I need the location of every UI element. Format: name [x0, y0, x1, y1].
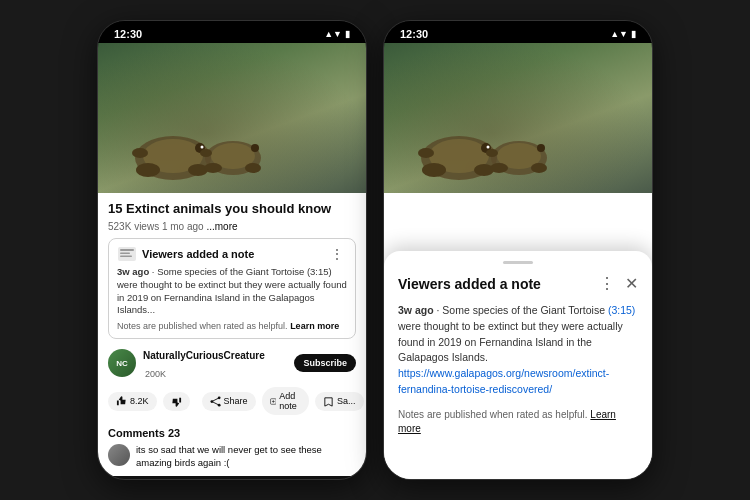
svg-point-37 [537, 144, 545, 152]
sheet-header-icons: ⋮ ✕ [599, 274, 638, 293]
svg-point-27 [422, 163, 446, 177]
svg-point-34 [490, 163, 508, 173]
sheet-title: Viewers added a note [398, 276, 541, 292]
sheet-menu-icon[interactable]: ⋮ [599, 274, 615, 293]
phone2-bg: Viewers added a note ⋮ ✕ 3w ago · Some s… [384, 43, 652, 480]
channel-name: NaturallyCuriousCreature [143, 350, 265, 361]
channel-row: NC NaturallyCuriousCreature 200K Subscri… [108, 345, 356, 381]
sheet-body: 3w ago · Some species of the Giant Torto… [398, 303, 638, 398]
dislike-button[interactable] [163, 392, 190, 411]
add-note-button[interactable]: Add note [262, 387, 310, 415]
status-bar-1: 12:30 ▲▼ ▮ [98, 21, 366, 43]
svg-point-36 [486, 149, 498, 157]
svg-line-20 [211, 397, 218, 401]
note-body: 3w ago · Some species of the Giant Torto… [117, 266, 347, 317]
battery-icon-2: ▮ [631, 29, 636, 39]
add-note-icon [270, 396, 277, 407]
dislike-icon [171, 396, 182, 407]
svg-point-12 [251, 144, 259, 152]
note-helpful: Notes are published when rated as helpfu… [117, 321, 347, 331]
phone-1: 12:30 ▲▼ ▮ 15 Extinct animals you [97, 20, 367, 480]
note-icon [117, 246, 137, 262]
comments-header: Comments 23 [108, 427, 356, 439]
svg-point-35 [531, 163, 547, 173]
note-card-title: Viewers added a note [142, 248, 254, 260]
share-icon [210, 396, 221, 407]
note-menu-icon[interactable]: ⋮ [327, 246, 347, 262]
status-bar-2: 12:30 ▲▼ ▮ [384, 21, 652, 43]
bottom-sheet: Viewers added a note ⋮ ✕ 3w ago · Some s… [384, 251, 652, 480]
svg-point-2 [136, 163, 160, 177]
video-thumbnail-1[interactable] [98, 43, 366, 193]
status-icons-2: ▲▼ ▮ [610, 29, 636, 39]
channel-info: NaturallyCuriousCreature 200K [143, 345, 287, 381]
tortoise-right [198, 133, 268, 178]
video-thumbnail-2 [384, 43, 652, 193]
sheet-link[interactable]: https://www.galapagos.org/newsroom/extin… [398, 367, 609, 395]
save-icon [323, 396, 334, 407]
signal-icon: ▲▼ [324, 29, 342, 39]
subscribe-button[interactable]: Subscribe [294, 354, 356, 372]
comments-section: Comments 23 its so sad that we will neve… [98, 427, 366, 476]
status-icons-1: ▲▼ ▮ [324, 29, 350, 39]
svg-line-21 [211, 401, 218, 405]
svg-point-4 [132, 148, 148, 158]
sheet-footer: Notes are published when rated as helpfu… [398, 408, 638, 436]
comment-row: its so sad that we will never get to see… [108, 444, 356, 470]
channel-subs: 200K [145, 369, 166, 379]
svg-point-9 [204, 163, 222, 173]
like-icon [116, 396, 127, 407]
sheet-header: Viewers added a note ⋮ ✕ [398, 274, 638, 293]
channel-avatar: NC [108, 349, 136, 377]
video-info: 15 Extinct animals you should know 523K … [98, 193, 366, 427]
signal-icon-2: ▲▼ [610, 29, 628, 39]
action-row: 8.2K Share [108, 387, 356, 415]
battery-icon: ▮ [345, 29, 350, 39]
svg-point-11 [200, 149, 212, 157]
commenter-avatar [108, 444, 130, 466]
note-header-left: Viewers added a note [117, 246, 254, 262]
comment-text: its so sad that we will never get to see… [136, 444, 356, 470]
sheet-close-icon[interactable]: ✕ [625, 274, 638, 293]
svg-rect-15 [120, 252, 130, 254]
svg-point-10 [245, 163, 261, 173]
share-button[interactable]: Share [202, 392, 256, 411]
save-button[interactable]: Sa... [315, 392, 364, 411]
svg-rect-14 [120, 249, 134, 251]
time-2: 12:30 [400, 28, 428, 40]
note-card: Viewers added a note ⋮ 3w ago · Some spe… [108, 238, 356, 339]
video-meta: 523K views 1 mo ago ...more [108, 221, 356, 232]
time-1: 12:30 [114, 28, 142, 40]
note-header: Viewers added a note ⋮ [117, 246, 347, 262]
svg-rect-16 [120, 255, 132, 257]
video-title: 15 Extinct animals you should know [108, 201, 356, 218]
tortoise-right-2 [484, 133, 554, 178]
sheet-handle [503, 261, 533, 264]
phone-2: 12:30 ▲▼ ▮ [383, 20, 653, 480]
svg-point-29 [418, 148, 434, 158]
like-button[interactable]: 8.2K [108, 392, 157, 411]
